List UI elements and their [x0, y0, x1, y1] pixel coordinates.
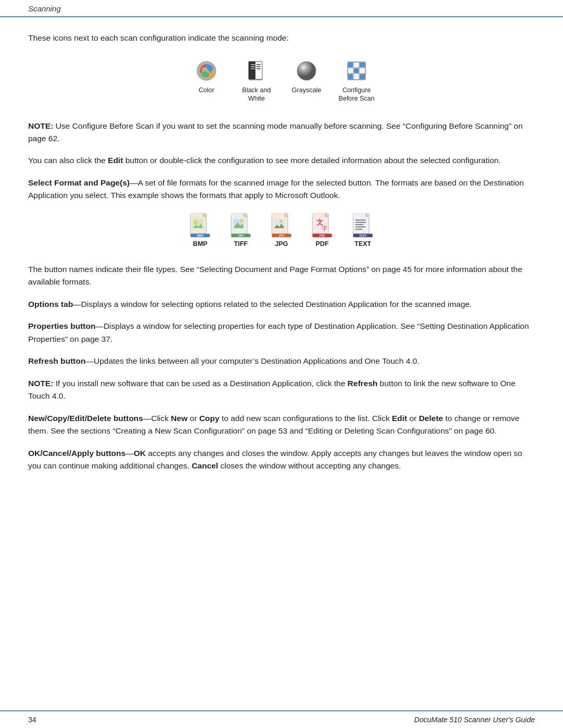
footer-doc-title: DocuMate 510 Scanner User's Guide	[414, 715, 535, 724]
refresh-bold: Refresh button	[28, 356, 85, 365]
okcancel-bold3: Cancel	[192, 461, 218, 470]
svg-rect-29	[190, 213, 203, 217]
svg-text:TIFF: TIFF	[238, 234, 244, 237]
svg-rect-6	[251, 68, 255, 69]
select-format-paragraph: Select Format and Page(s)—A set of file …	[28, 177, 535, 202]
svg-rect-50	[312, 213, 325, 217]
intro-paragraph: These icons next to each scan configurat…	[28, 32, 535, 44]
svg-rect-25	[354, 74, 359, 79]
edit-text1: You can also click the	[28, 156, 108, 165]
scan-icon-color: Color	[186, 59, 227, 94]
format-icon-bmp: BMP BMP	[182, 213, 218, 248]
svg-rect-19	[354, 63, 359, 67]
scan-icon-configure: ConfigureBefore Scan	[336, 59, 377, 103]
top-bar: Scanning	[0, 0, 563, 17]
svg-point-45	[279, 220, 282, 223]
scan-icons-section: Color	[28, 59, 535, 103]
note1-paragraph: NOTE: Use Configure Before Scan if you w…	[28, 120, 535, 145]
pdf-label: PDF	[316, 240, 329, 248]
okcancel-paragraph: OK/Cancel/Apply buttons—OK accepts any c…	[28, 447, 535, 473]
scan-icon-bw: Black and White	[236, 59, 277, 103]
svg-point-11	[297, 61, 316, 80]
okcancel-text3: closes the window without accepting any …	[218, 461, 401, 470]
svg-rect-9	[256, 68, 261, 69]
newcopy-bold3: Copy	[199, 414, 219, 423]
newcopy-bold5: Delete	[419, 414, 443, 423]
newcopy-bold1: New/Copy/Edit/Delete buttons	[28, 414, 143, 423]
bmp-icon-img: BMP	[188, 213, 212, 238]
edit-paragraph: You can also click the Edit button or do…	[28, 154, 535, 167]
tiff-icon-img: TIFF	[229, 213, 253, 238]
format-icon-tiff: TIFF TIFF	[223, 213, 259, 248]
newcopy-text1: —Click	[143, 414, 170, 423]
format-icon-jpg: JPG JPG	[263, 213, 300, 248]
format-icons-section: BMP BMP	[28, 213, 535, 248]
newcopy-paragraph: New/Copy/Edit/Delete buttons—Click New o…	[28, 412, 535, 438]
page-wrapper: Scanning These icons next to each scan c…	[0, 0, 563, 728]
svg-text:BMP: BMP	[197, 234, 204, 237]
edit-bold1: Edit	[108, 156, 123, 165]
svg-rect-26	[360, 74, 365, 79]
gray-icon-img	[295, 59, 319, 83]
format-icon-text: TEXT TEXT	[345, 213, 381, 248]
section-title: Scanning	[28, 4, 61, 13]
text-icon-img: TEXT	[351, 213, 375, 238]
note1-label: NOTE:	[28, 121, 53, 130]
refresh-text: —Updates the links between all your comp…	[85, 356, 419, 365]
svg-rect-23	[360, 68, 365, 73]
bw-icon-label: Black and White	[236, 86, 277, 103]
color-icon-img	[194, 59, 218, 83]
okcancel-text1: —	[126, 449, 134, 458]
properties-text: —Displays a window for selecting propert…	[28, 322, 529, 343]
format-icons-table: BMP BMP	[180, 213, 383, 248]
newcopy-bold4: Edit	[392, 414, 407, 423]
select-format-bold: Select Format and Page(s)	[28, 178, 130, 187]
bmp-label: BMP	[193, 240, 207, 248]
svg-rect-57	[353, 213, 365, 217]
svg-text:字: 字	[322, 225, 327, 231]
svg-rect-22	[354, 68, 359, 73]
bw-icon-img	[244, 59, 268, 83]
scan-icons-table: Color	[181, 59, 382, 103]
svg-text:PDF: PDF	[320, 234, 326, 237]
newcopy-text4: or	[407, 414, 419, 423]
jpg-icon-img: JPG	[270, 213, 293, 238]
format-icon-pdf: 文 字 PDF PDF	[304, 213, 340, 248]
okcancel-bold2: OK	[133, 449, 145, 458]
svg-rect-5	[251, 66, 255, 67]
footer: 34 DocuMate 510 Scanner User's Guide	[0, 710, 563, 728]
text-label: TEXT	[354, 240, 371, 248]
svg-rect-24	[348, 74, 353, 79]
svg-rect-7	[256, 64, 261, 65]
refresh-button-paragraph: Refresh button—Updates the links between…	[28, 355, 535, 367]
svg-rect-8	[256, 66, 261, 67]
button-names-paragraph: The button names indicate their file typ…	[28, 263, 535, 289]
tiff-label: TIFF	[234, 240, 248, 248]
configure-icon-label: ConfigureBefore Scan	[339, 86, 375, 103]
svg-rect-10	[249, 79, 262, 80]
newcopy-bold2: New	[171, 414, 188, 423]
svg-text:JPG: JPG	[279, 234, 285, 237]
svg-text:TEXT: TEXT	[359, 234, 367, 237]
svg-point-38	[240, 219, 243, 223]
newcopy-text2: or	[188, 414, 199, 423]
okcancel-bold1: OK/Cancel/Apply buttons	[28, 449, 126, 458]
properties-bold: Properties button	[28, 322, 95, 330]
note2-paragraph: NOTE: If you install new software that c…	[28, 377, 535, 403]
gray-icon-label: Grayscale	[292, 86, 321, 94]
edit-text2: button or double-click the configuration…	[123, 156, 501, 165]
options-tab-text: —Displays a window for selecting options…	[73, 300, 472, 309]
note2-label: NOTE:	[28, 379, 53, 388]
footer-page-number: 34	[28, 715, 36, 724]
note2-refresh-bold: Refresh	[348, 379, 378, 388]
options-tab-bold: Options tab	[28, 300, 73, 309]
newcopy-text3: to add new scan configurations to the li…	[219, 414, 392, 423]
config-icon-img	[345, 59, 369, 83]
main-content: These icons next to each scan configurat…	[0, 17, 563, 513]
svg-point-31	[194, 220, 198, 224]
svg-rect-18	[348, 63, 353, 67]
scan-icon-grayscale: Grayscale	[286, 59, 327, 94]
svg-rect-21	[348, 68, 353, 73]
note1-text: Use Configure Before Scan if you want to…	[28, 121, 523, 143]
jpg-label: JPG	[275, 240, 288, 248]
